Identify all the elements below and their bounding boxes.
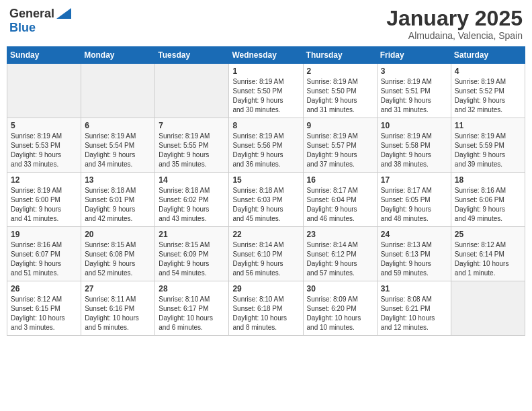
calendar-cell: 1Sunrise: 8:19 AM Sunset: 5:50 PM Daylig…	[229, 64, 303, 118]
calendar-cell: 16Sunrise: 8:17 AM Sunset: 6:04 PM Dayli…	[303, 173, 377, 227]
day-number: 11	[455, 121, 521, 130]
day-info: Sunrise: 8:17 AM Sunset: 6:04 PM Dayligh…	[307, 186, 373, 224]
day-number: 21	[159, 230, 225, 239]
day-info: Sunrise: 8:19 AM Sunset: 5:57 PM Dayligh…	[307, 132, 373, 169]
header-tuesday: Tuesday	[155, 47, 229, 64]
logo-blue-text: Blue	[9, 21, 36, 34]
day-number: 28	[159, 284, 225, 293]
week-row-5: 26Sunrise: 8:12 AM Sunset: 6:15 PM Dayli…	[7, 281, 525, 336]
day-info: Sunrise: 8:19 AM Sunset: 5:58 PM Dayligh…	[381, 132, 447, 169]
day-number: 12	[11, 175, 77, 185]
calendar-cell: 11Sunrise: 8:19 AM Sunset: 5:59 PM Dayli…	[451, 118, 525, 173]
location-subtitle: Almudaina, Valencia, Spain	[386, 30, 523, 41]
day-number: 24	[381, 230, 447, 239]
day-number: 6	[85, 121, 151, 130]
day-info: Sunrise: 8:19 AM Sunset: 5:52 PM Dayligh…	[455, 77, 521, 115]
header-saturday: Saturday	[451, 47, 525, 64]
page-header: General Blue January 2025 Almudaina, Val…	[7, 7, 525, 41]
day-info: Sunrise: 8:12 AM Sunset: 6:15 PM Dayligh…	[11, 295, 77, 332]
calendar-cell: 25Sunrise: 8:12 AM Sunset: 6:14 PM Dayli…	[451, 227, 525, 281]
week-row-4: 19Sunrise: 8:16 AM Sunset: 6:07 PM Dayli…	[7, 227, 525, 281]
day-info: Sunrise: 8:19 AM Sunset: 5:55 PM Dayligh…	[159, 132, 225, 169]
calendar-cell: 14Sunrise: 8:18 AM Sunset: 6:02 PM Dayli…	[155, 173, 229, 227]
day-info: Sunrise: 8:16 AM Sunset: 6:07 PM Dayligh…	[11, 240, 77, 278]
day-info: Sunrise: 8:10 AM Sunset: 6:17 PM Dayligh…	[159, 295, 225, 332]
day-info: Sunrise: 8:15 AM Sunset: 6:08 PM Dayligh…	[85, 240, 151, 278]
day-number: 19	[11, 230, 77, 239]
header-friday: Friday	[377, 47, 451, 64]
weekday-header-row: SundayMondayTuesdayWednesdayThursdayFrid…	[7, 47, 525, 64]
day-number: 2	[307, 66, 373, 76]
day-number: 16	[307, 175, 373, 185]
calendar-cell: 28Sunrise: 8:10 AM Sunset: 6:17 PM Dayli…	[155, 281, 229, 336]
logo: General Blue	[9, 7, 71, 35]
day-number: 20	[85, 230, 151, 239]
day-number: 26	[11, 284, 77, 293]
day-info: Sunrise: 8:18 AM Sunset: 6:03 PM Dayligh…	[232, 186, 299, 224]
day-info: Sunrise: 8:16 AM Sunset: 6:06 PM Dayligh…	[455, 186, 521, 224]
day-number: 15	[232, 175, 299, 185]
calendar-cell: 6Sunrise: 8:19 AM Sunset: 5:54 PM Daylig…	[81, 118, 155, 173]
calendar-cell: 23Sunrise: 8:14 AM Sunset: 6:12 PM Dayli…	[303, 227, 377, 281]
calendar-cell	[7, 64, 81, 118]
day-info: Sunrise: 8:19 AM Sunset: 5:51 PM Dayligh…	[381, 77, 447, 115]
day-number: 22	[232, 230, 299, 239]
logo-text: General	[9, 7, 54, 21]
day-number: 10	[381, 121, 447, 130]
calendar-cell: 26Sunrise: 8:12 AM Sunset: 6:15 PM Dayli…	[7, 281, 81, 336]
calendar-cell: 19Sunrise: 8:16 AM Sunset: 6:07 PM Dayli…	[7, 227, 81, 281]
week-row-2: 5Sunrise: 8:19 AM Sunset: 5:53 PM Daylig…	[7, 118, 525, 173]
day-number: 4	[455, 66, 521, 76]
day-number: 31	[381, 284, 447, 293]
day-number: 13	[85, 175, 151, 185]
calendar-cell: 7Sunrise: 8:19 AM Sunset: 5:55 PM Daylig…	[155, 118, 229, 173]
day-info: Sunrise: 8:18 AM Sunset: 6:01 PM Dayligh…	[85, 186, 151, 224]
calendar-cell: 13Sunrise: 8:18 AM Sunset: 6:01 PM Dayli…	[81, 173, 155, 227]
header-wednesday: Wednesday	[229, 47, 303, 64]
calendar-cell	[81, 64, 155, 118]
day-number: 14	[159, 175, 225, 185]
day-number: 27	[85, 284, 151, 293]
calendar-cell: 29Sunrise: 8:10 AM Sunset: 6:18 PM Dayli…	[229, 281, 303, 336]
day-number: 29	[232, 284, 299, 293]
title-block: January 2025 Almudaina, Valencia, Spain	[386, 7, 523, 41]
calendar-cell: 3Sunrise: 8:19 AM Sunset: 5:51 PM Daylig…	[377, 64, 451, 118]
day-info: Sunrise: 8:18 AM Sunset: 6:02 PM Dayligh…	[159, 186, 225, 224]
day-info: Sunrise: 8:10 AM Sunset: 6:18 PM Dayligh…	[232, 295, 299, 332]
day-number: 5	[11, 121, 77, 130]
calendar-cell: 17Sunrise: 8:17 AM Sunset: 6:05 PM Dayli…	[377, 173, 451, 227]
calendar-cell: 27Sunrise: 8:11 AM Sunset: 6:16 PM Dayli…	[81, 281, 155, 336]
week-row-1: 1Sunrise: 8:19 AM Sunset: 5:50 PM Daylig…	[7, 64, 525, 118]
calendar-cell: 21Sunrise: 8:15 AM Sunset: 6:09 PM Dayli…	[155, 227, 229, 281]
calendar-cell: 20Sunrise: 8:15 AM Sunset: 6:08 PM Dayli…	[81, 227, 155, 281]
day-info: Sunrise: 8:11 AM Sunset: 6:16 PM Dayligh…	[85, 295, 151, 332]
day-info: Sunrise: 8:19 AM Sunset: 5:53 PM Dayligh…	[11, 132, 77, 169]
calendar-cell	[451, 281, 525, 336]
day-info: Sunrise: 8:19 AM Sunset: 5:50 PM Dayligh…	[307, 77, 373, 115]
header-thursday: Thursday	[303, 47, 377, 64]
day-number: 8	[232, 121, 299, 130]
day-info: Sunrise: 8:09 AM Sunset: 6:20 PM Dayligh…	[307, 295, 373, 332]
calendar-cell: 31Sunrise: 8:08 AM Sunset: 6:21 PM Dayli…	[377, 281, 451, 336]
day-number: 18	[455, 175, 521, 185]
calendar-cell	[155, 64, 229, 118]
calendar-cell: 5Sunrise: 8:19 AM Sunset: 5:53 PM Daylig…	[7, 118, 81, 173]
calendar-cell: 9Sunrise: 8:19 AM Sunset: 5:57 PM Daylig…	[303, 118, 377, 173]
calendar-cell: 2Sunrise: 8:19 AM Sunset: 5:50 PM Daylig…	[303, 64, 377, 118]
logo-icon	[56, 8, 71, 19]
day-number: 7	[159, 121, 225, 130]
calendar-cell: 24Sunrise: 8:13 AM Sunset: 6:13 PM Dayli…	[377, 227, 451, 281]
week-row-3: 12Sunrise: 8:19 AM Sunset: 6:00 PM Dayli…	[7, 173, 525, 227]
day-number: 23	[307, 230, 373, 239]
day-number: 30	[307, 284, 373, 293]
day-info: Sunrise: 8:15 AM Sunset: 6:09 PM Dayligh…	[159, 240, 225, 278]
calendar-cell: 18Sunrise: 8:16 AM Sunset: 6:06 PM Dayli…	[451, 173, 525, 227]
day-info: Sunrise: 8:19 AM Sunset: 5:50 PM Dayligh…	[232, 77, 299, 115]
day-number: 3	[381, 66, 447, 76]
day-info: Sunrise: 8:19 AM Sunset: 5:56 PM Dayligh…	[232, 132, 299, 169]
header-monday: Monday	[81, 47, 155, 64]
calendar-cell: 22Sunrise: 8:14 AM Sunset: 6:10 PM Dayli…	[229, 227, 303, 281]
day-info: Sunrise: 8:17 AM Sunset: 6:05 PM Dayligh…	[381, 186, 447, 224]
calendar-cell: 10Sunrise: 8:19 AM Sunset: 5:58 PM Dayli…	[377, 118, 451, 173]
calendar-cell: 15Sunrise: 8:18 AM Sunset: 6:03 PM Dayli…	[229, 173, 303, 227]
